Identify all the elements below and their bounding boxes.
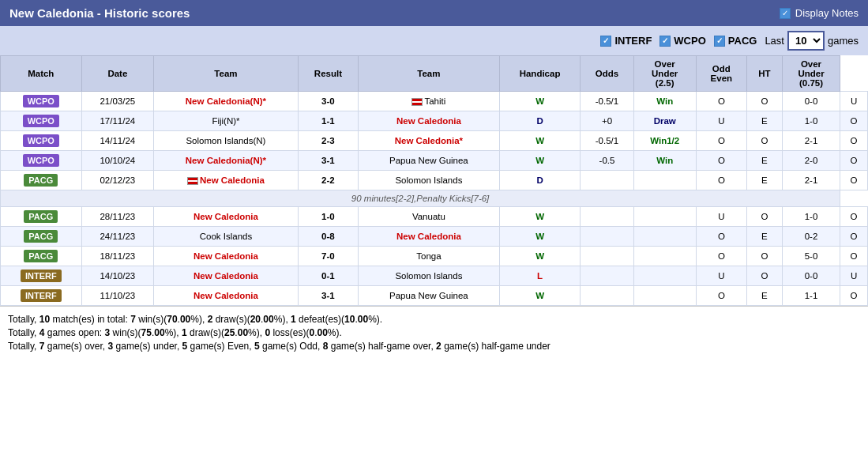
cell-odds: Draw bbox=[633, 111, 696, 131]
col-ht: HT bbox=[746, 56, 782, 92]
table-row: WCPO 17/11/24 Fiji(N)* 1-1 New Caledonia… bbox=[1, 111, 868, 131]
cell-badge: PACG bbox=[1, 171, 82, 190]
cell-oe: O bbox=[746, 131, 782, 151]
cell-ht: 2-0 bbox=[782, 151, 840, 171]
cell-team2: Solomon Islands bbox=[359, 266, 500, 286]
col-ou25: OverUnder(2.5) bbox=[633, 56, 696, 92]
cell-date: 14/11/24 bbox=[81, 131, 154, 151]
cell-outcome: W bbox=[499, 151, 581, 171]
cell-date: 14/10/23 bbox=[81, 266, 154, 286]
col-date: Date bbox=[81, 56, 154, 92]
cell-team1: New Caledonia(N)* bbox=[154, 151, 299, 171]
cell-result: 3-0 bbox=[298, 92, 358, 111]
cell-date: 24/11/23 bbox=[81, 227, 154, 247]
note-row: 90 minutes[2-2],Penalty Kicks[7-6] bbox=[1, 190, 868, 207]
cell-handicap: -0.5 bbox=[581, 151, 633, 171]
cell-team2: Solomon Islands bbox=[359, 171, 500, 190]
matches-table: Match Date Team Result Team Handicap Odd… bbox=[0, 55, 868, 306]
cell-badge: WCPO bbox=[1, 92, 82, 111]
cell-ht: 1-1 bbox=[782, 286, 840, 306]
cell-ht: 1-0 bbox=[782, 207, 840, 227]
cell-oe: O bbox=[746, 266, 782, 286]
cell-team1: New Caledonia bbox=[154, 207, 299, 227]
col-odds: Odds bbox=[581, 56, 633, 92]
cell-result: 7-0 bbox=[298, 247, 358, 266]
col-team2: Team bbox=[359, 56, 500, 92]
cell-odds bbox=[633, 266, 696, 286]
col-handicap: Handicap bbox=[499, 56, 581, 92]
summary-line3: Totally, 7 game(s) over, 3 game(s) under… bbox=[8, 341, 860, 352]
cell-badge: WCPO bbox=[1, 131, 82, 151]
cell-team2: New Caledonia bbox=[359, 111, 500, 131]
cell-badge: INTERF bbox=[1, 266, 82, 286]
cell-team1: New Caledonia bbox=[154, 286, 299, 306]
pacg-filter[interactable]: ✓ PACG bbox=[714, 35, 757, 47]
cell-ou25: U bbox=[696, 266, 746, 286]
cell-ou075: O bbox=[840, 286, 868, 306]
games-select[interactable]: 10 20 30 bbox=[787, 31, 825, 51]
cell-outcome: L bbox=[499, 266, 581, 286]
note-cell: 90 minutes[2-2],Penalty Kicks[7-6] bbox=[1, 190, 840, 207]
cell-oe: O bbox=[746, 247, 782, 266]
cell-ou075: U bbox=[840, 92, 868, 111]
table-row: INTERF 11/10/23 New Caledonia 3-1 Papua … bbox=[1, 286, 868, 306]
cell-oe: E bbox=[746, 227, 782, 247]
col-match: Match bbox=[1, 56, 82, 92]
wcpo-filter[interactable]: ✓ WCPO bbox=[659, 35, 705, 47]
display-notes-control[interactable]: ✓ Display Notes bbox=[780, 7, 859, 19]
cell-ht: 0-2 bbox=[782, 227, 840, 247]
cell-ou075: O bbox=[840, 171, 868, 190]
cell-team2: New Caledonia bbox=[359, 227, 500, 247]
cell-outcome: W bbox=[499, 207, 581, 227]
cell-team2: New Caledonia* bbox=[359, 131, 500, 151]
cell-ou25: O bbox=[696, 227, 746, 247]
games-label: games bbox=[828, 35, 859, 47]
cell-handicap bbox=[581, 247, 633, 266]
cell-odds bbox=[633, 227, 696, 247]
display-notes-checkbox[interactable]: ✓ bbox=[780, 8, 791, 19]
cell-date: 02/12/23 bbox=[81, 171, 154, 190]
cell-ou25: O bbox=[696, 286, 746, 306]
interf-filter[interactable]: ✓ INTERF bbox=[600, 35, 652, 47]
cell-team1: New Caledonia(N)* bbox=[154, 92, 299, 111]
cell-odds bbox=[633, 171, 696, 190]
cell-handicap bbox=[581, 286, 633, 306]
cell-date: 18/11/23 bbox=[81, 247, 154, 266]
cell-team2: Papua New Guinea bbox=[359, 151, 500, 171]
cell-ou075: O bbox=[840, 207, 868, 227]
cell-date: 11/10/23 bbox=[81, 286, 154, 306]
cell-badge: WCPO bbox=[1, 111, 82, 131]
cell-handicap bbox=[581, 171, 633, 190]
cell-handicap bbox=[581, 227, 633, 247]
cell-badge: PACG bbox=[1, 227, 82, 247]
cell-oe: E bbox=[746, 286, 782, 306]
cell-ou25: O bbox=[696, 92, 746, 111]
cell-ou075: O bbox=[840, 111, 868, 131]
filter-bar: ✓ INTERF ✓ WCPO ✓ PACG Last 10 20 30 gam… bbox=[0, 26, 868, 55]
summary-section: Totally, 10 match(es) in total: 7 win(s)… bbox=[0, 306, 868, 359]
cell-ou25: U bbox=[696, 207, 746, 227]
cell-badge: PACG bbox=[1, 207, 82, 227]
cell-team1: Cook Islands bbox=[154, 227, 299, 247]
cell-ou075: O bbox=[840, 151, 868, 171]
col-result: Result bbox=[298, 56, 358, 92]
cell-result: 2-3 bbox=[298, 131, 358, 151]
table-row: PACG 02/12/23 New Caledonia 2-2 Solomon … bbox=[1, 171, 868, 190]
pacg-label: PACG bbox=[728, 35, 757, 47]
cell-handicap: -0.5/1 bbox=[581, 92, 633, 111]
header-title: New Caledonia - Historic scores bbox=[9, 6, 190, 20]
interf-checkbox[interactable]: ✓ bbox=[600, 36, 611, 47]
cell-outcome: W bbox=[499, 227, 581, 247]
cell-ou25: O bbox=[696, 131, 746, 151]
cell-ht: 2-1 bbox=[782, 131, 840, 151]
wcpo-checkbox[interactable]: ✓ bbox=[659, 36, 671, 47]
display-notes-label: Display Notes bbox=[795, 7, 859, 19]
cell-date: 17/11/24 bbox=[81, 111, 154, 131]
last-games-control: Last 10 20 30 games bbox=[765, 31, 859, 51]
cell-ou075: O bbox=[840, 131, 868, 151]
cell-ou25: U bbox=[696, 111, 746, 131]
cell-badge: INTERF bbox=[1, 286, 82, 306]
pacg-checkbox[interactable]: ✓ bbox=[714, 36, 725, 47]
cell-result: 1-0 bbox=[298, 207, 358, 227]
cell-team2: Tahiti bbox=[359, 92, 500, 111]
